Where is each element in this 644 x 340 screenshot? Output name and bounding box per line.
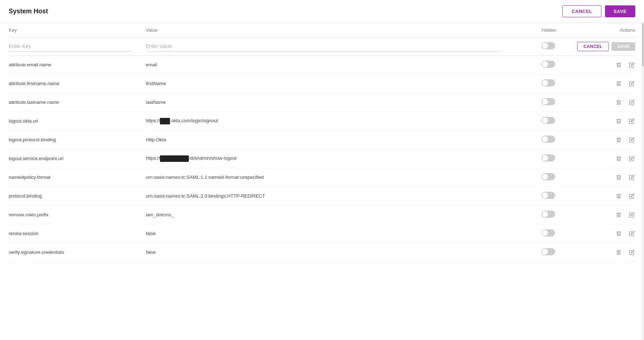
delete-button[interactable] xyxy=(615,174,622,181)
new-row-key-cell xyxy=(9,41,146,52)
table-row: attribute.email.nameemail xyxy=(9,56,635,74)
new-row-toggle[interactable] xyxy=(541,42,555,49)
col-header-actions: Actions xyxy=(585,27,635,33)
table-row: logout.okta.urlhttps://.okta.com/login/s… xyxy=(9,112,635,131)
row-actions xyxy=(585,61,635,69)
row-hidden-cell xyxy=(541,61,585,69)
row-actions xyxy=(585,99,635,106)
row-key: protocol.binding xyxy=(9,193,146,199)
row-value: https://.okta.com/login/signout xyxy=(146,118,541,124)
hidden-toggle[interactable] xyxy=(541,79,555,87)
edit-button[interactable] xyxy=(628,99,635,106)
delete-button[interactable] xyxy=(615,249,622,256)
row-hidden-cell xyxy=(541,229,585,238)
new-key-input[interactable] xyxy=(9,41,132,52)
row-actions xyxy=(585,193,635,200)
header-cancel-button[interactable]: CANCEL xyxy=(562,5,601,17)
delete-button[interactable] xyxy=(615,118,622,125)
redacted-value xyxy=(160,118,170,124)
edit-button[interactable] xyxy=(628,249,635,256)
delete-button[interactable] xyxy=(615,230,622,237)
scrollbar-track xyxy=(642,23,644,262)
row-hidden-cell xyxy=(541,192,585,200)
row-key: logout.service.endpoint.url xyxy=(9,156,146,161)
table-row: logout.protocol.bindingHttp-Okta xyxy=(9,131,635,149)
delete-button[interactable] xyxy=(615,99,622,106)
row-value: iam_dotcms_ xyxy=(146,212,541,217)
header-save-button[interactable]: SAVE xyxy=(605,5,635,17)
delete-button[interactable] xyxy=(615,193,622,200)
edit-button[interactable] xyxy=(628,211,635,218)
hidden-toggle[interactable] xyxy=(541,173,555,180)
delete-button[interactable] xyxy=(615,155,622,162)
row-actions xyxy=(585,249,635,256)
hidden-toggle[interactable] xyxy=(541,211,555,218)
hidden-toggle[interactable] xyxy=(541,154,555,162)
row-value: firstName xyxy=(146,81,541,86)
scrollbar-thumb[interactable] xyxy=(642,23,644,66)
delete-button[interactable] xyxy=(615,136,622,143)
table-row: verify.signature.credentialsfalse xyxy=(9,243,635,262)
page-title: System Host xyxy=(9,8,48,15)
row-value: email xyxy=(146,62,541,67)
hidden-toggle[interactable] xyxy=(541,229,555,237)
table-row: renew.sessionfalse xyxy=(9,224,635,243)
table-row: protocol.bindingurn:oasis:names:tc:SAML:… xyxy=(9,187,635,206)
row-key: remove.roles.prefix xyxy=(9,212,146,217)
hidden-toggle[interactable] xyxy=(541,136,555,143)
new-row-save-button: SAVE xyxy=(612,42,635,51)
row-key: attribute.lastname.name xyxy=(9,100,146,105)
row-value: urn:oasis:names:tc:SAML:1.1:nameid-forma… xyxy=(146,175,541,180)
row-hidden-cell xyxy=(541,154,585,163)
edit-button[interactable] xyxy=(628,61,635,69)
table-row: attribute.lastname.namelastName xyxy=(9,93,635,112)
table-header: Key Value Hidden Actions xyxy=(9,23,635,37)
hidden-toggle[interactable] xyxy=(541,192,555,199)
row-value: false xyxy=(146,250,541,255)
delete-button[interactable] xyxy=(615,211,622,218)
edit-button[interactable] xyxy=(628,155,635,162)
row-hidden-cell xyxy=(541,79,585,88)
row-key: nameidpolicy.format xyxy=(9,175,146,180)
hidden-toggle[interactable] xyxy=(541,248,555,255)
page-header: System Host CANCEL SAVE xyxy=(0,0,644,23)
row-value: lastName xyxy=(146,100,541,105)
row-hidden-cell xyxy=(541,173,585,181)
row-key: logout.protocol.binding xyxy=(9,137,146,142)
hidden-toggle[interactable] xyxy=(541,61,555,68)
edit-button[interactable] xyxy=(628,136,635,143)
edit-button[interactable] xyxy=(628,80,635,87)
table-row: remove.roles.prefixiam_dotcms_ xyxy=(9,206,635,224)
row-key: attribute.firstname.name xyxy=(9,81,146,86)
delete-button[interactable] xyxy=(615,61,622,69)
row-hidden-cell xyxy=(541,211,585,219)
row-hidden-cell xyxy=(541,136,585,144)
hidden-toggle[interactable] xyxy=(541,117,555,124)
new-value-input[interactable] xyxy=(146,41,502,52)
table-body: attribute.email.nameemailattribute.first… xyxy=(9,56,635,262)
table-container: Key Value Hidden Actions CANCEL SAVE att… xyxy=(0,23,644,262)
row-key: attribute.email.name xyxy=(9,62,146,67)
col-header-key: Key xyxy=(9,27,146,33)
row-actions xyxy=(585,80,635,87)
row-actions xyxy=(585,174,635,181)
edit-button[interactable] xyxy=(628,230,635,237)
table-row: logout.service.endpoint.urlhttps:///dotA… xyxy=(9,149,635,168)
row-hidden-cell xyxy=(541,98,585,106)
row-actions xyxy=(585,136,635,143)
edit-button[interactable] xyxy=(628,118,635,125)
redacted-value xyxy=(160,155,189,162)
row-actions xyxy=(585,211,635,218)
row-actions xyxy=(585,155,635,162)
col-header-value: Value xyxy=(146,27,541,33)
edit-button[interactable] xyxy=(628,193,635,200)
edit-button[interactable] xyxy=(628,174,635,181)
header-actions: CANCEL SAVE xyxy=(562,5,635,17)
new-row-cancel-button[interactable]: CANCEL xyxy=(577,42,609,51)
table-row: attribute.firstname.namefirstName xyxy=(9,74,635,93)
hidden-toggle[interactable] xyxy=(541,98,555,105)
delete-button[interactable] xyxy=(615,80,622,87)
row-key: verify.signature.credentials xyxy=(9,250,146,255)
row-value: https:///dotAdmin/show-logout xyxy=(146,155,541,162)
table-row: nameidpolicy.formaturn:oasis:names:tc:SA… xyxy=(9,168,635,187)
